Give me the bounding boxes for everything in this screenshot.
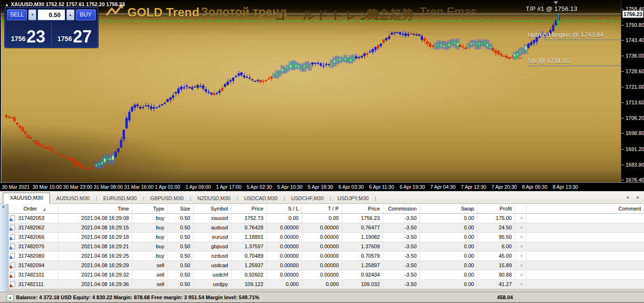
close-order-icon[interactable]: × bbox=[520, 215, 523, 221]
tab-gbpusd-m30[interactable]: GBPUSD,M30 bbox=[144, 194, 190, 203]
column-header-type[interactable]: Type bbox=[132, 204, 167, 213]
buy-price-display[interactable]: 1756 27 bbox=[52, 22, 98, 46]
cell-swap: 0.00 bbox=[420, 261, 477, 270]
column-header-close[interactable] bbox=[515, 204, 526, 213]
tab-audusd-m30[interactable]: AUDUSD,M30 bbox=[50, 194, 96, 203]
sell-price-display[interactable]: 1756 23 bbox=[5, 22, 52, 46]
time-tick-label: 7 Apr 20:30 bbox=[491, 184, 517, 190]
account-status-icon: ▲ bbox=[7, 294, 14, 301]
column-header-swap[interactable]: Swap bbox=[420, 204, 477, 213]
uptrend-level-line[interactable] bbox=[544, 40, 621, 40]
tab-xauusd-m30[interactable]: XAUUSD,M30 bbox=[3, 193, 50, 204]
time-tick-label: 7 Apr 12:30 bbox=[461, 184, 487, 190]
order-row-317482075[interactable]: 3174820752021.04.08 16:29:21buy0.50gbpus… bbox=[8, 242, 644, 251]
cell-commission: -3.50 bbox=[383, 242, 420, 251]
orders-table: Order◢TimeTypeSizeSymbolPriceS / LT / PP… bbox=[8, 204, 644, 289]
order-row-317482101[interactable]: 3174821012021.04.08 16:29:32sell0.50usdc… bbox=[8, 270, 644, 279]
order-row-317482111[interactable]: 3174821112021.04.08 16:29:36sell0.50usdj… bbox=[8, 279, 644, 289]
volume-up-button[interactable]: ▲ bbox=[66, 9, 74, 20]
column-header-t-p[interactable]: T / P bbox=[302, 204, 342, 213]
price-tick-label: 1676.40 bbox=[626, 177, 644, 182]
price-tick-mark bbox=[621, 71, 624, 72]
sell-price-pips: 23 bbox=[26, 29, 45, 44]
close-order-icon[interactable]: × bbox=[520, 244, 523, 249]
cell-comment bbox=[526, 270, 644, 279]
column-header-profit[interactable]: Profit bbox=[477, 204, 515, 213]
price-tick-mark bbox=[621, 40, 624, 41]
close-order-icon[interactable]: × bbox=[520, 272, 523, 278]
price-tick-label: 1691.20 bbox=[626, 146, 644, 152]
cell-price: 1.25937 bbox=[231, 261, 266, 270]
tab-usdcad-m30[interactable]: USDCAD,M30 bbox=[238, 194, 284, 203]
cell-symbol: usdjpy bbox=[193, 279, 231, 289]
order-row-317482053[interactable]: 3174820532021.04.08 16:29:08buy0.50xauus… bbox=[8, 213, 644, 223]
cell-profit: 15.89 bbox=[477, 261, 515, 270]
cell-sl: 0.00000 bbox=[266, 232, 302, 242]
cell-close: × bbox=[515, 223, 526, 232]
volume-down-button[interactable]: ▼ bbox=[28, 9, 36, 20]
column-header-symbol[interactable]: Symbol bbox=[193, 204, 231, 213]
column-header-comment[interactable]: Comment bbox=[526, 204, 644, 213]
column-header-order[interactable]: Order◢ bbox=[8, 204, 58, 213]
order-type-dot bbox=[9, 275, 12, 278]
time-tick-label: 6 Apr 11:30 bbox=[369, 184, 394, 190]
order-row-317482094[interactable]: 3174820942021.04.08 16:29:29sell0.50usdc… bbox=[8, 261, 644, 270]
order-doc-buy-icon bbox=[10, 215, 15, 221]
cell-size: 0.50 bbox=[167, 232, 193, 242]
price-tick-mark bbox=[621, 56, 624, 56]
cell-profit: 24.50 bbox=[477, 223, 515, 232]
order-row-317482062[interactable]: 3174820622021.04.08 16:29:15buy0.50audus… bbox=[8, 223, 644, 232]
column-header-price[interactable]: Price bbox=[231, 204, 266, 213]
cell-size: 0.50 bbox=[167, 242, 193, 251]
buy-price-pips: 27 bbox=[73, 29, 92, 44]
close-order-icon[interactable]: × bbox=[520, 253, 523, 259]
column-header-size[interactable]: Size bbox=[167, 204, 193, 213]
close-order-icon[interactable]: × bbox=[520, 281, 523, 287]
cell-type: buy bbox=[132, 223, 167, 232]
price-tick-mark bbox=[621, 180, 624, 180]
order-id: 317482094 bbox=[18, 262, 44, 268]
order-type-dot bbox=[9, 237, 12, 240]
cell-symbol: usdcad bbox=[193, 261, 231, 270]
order-doc-sell-icon bbox=[10, 272, 15, 278]
buy-button[interactable]: BUY bbox=[76, 9, 96, 20]
cell-price: 109.122 bbox=[231, 279, 266, 289]
close-order-icon[interactable]: × bbox=[520, 234, 523, 240]
column-header-price[interactable]: Price bbox=[342, 204, 383, 213]
tab-usdchf-m30[interactable]: USDCHF,M30 bbox=[285, 194, 330, 203]
cell-price: 1.37597 bbox=[231, 242, 266, 251]
time-tick-label: 30 Mar 15:00 bbox=[33, 184, 62, 190]
sell-button[interactable]: SELL bbox=[7, 9, 27, 20]
close-order-icon[interactable]: × bbox=[520, 262, 523, 268]
cell-price: 0.92602 bbox=[231, 270, 266, 279]
order-row-317482080[interactable]: 3174820802021.04.08 16:29:25buy0.50nzdus… bbox=[8, 251, 644, 261]
close-order-icon[interactable]: × bbox=[520, 225, 523, 230]
tab-scroll-left-icon[interactable]: ◄ bbox=[625, 195, 629, 200]
price-axis: 1758.401750.801743.401736.001728.601721.… bbox=[621, 0, 644, 182]
terminal-close-icon[interactable]: × bbox=[2, 204, 5, 210]
tab-nzdusd-m30[interactable]: NZDUSD,M30 bbox=[191, 194, 237, 203]
column-header-time[interactable]: Time bbox=[58, 204, 132, 213]
cell-commission: -3.50 bbox=[383, 223, 420, 232]
cell-comment bbox=[526, 242, 644, 251]
tab-scroll-right-icon[interactable]: ► bbox=[636, 195, 640, 200]
tab-usdjpy-m30[interactable]: USDJPY,M30 bbox=[331, 194, 374, 203]
order-type-dot bbox=[9, 228, 12, 231]
collapse-panel-icon[interactable]: ▲ bbox=[5, 2, 9, 7]
order-row-317482066[interactable]: 3174820662021.04.08 16:29:18buy0.50eurus… bbox=[8, 232, 644, 242]
time-tick-label: 7 Apr 04:30 bbox=[430, 184, 456, 190]
sort-indicator-icon: ◢ bbox=[42, 207, 45, 211]
sl-level-line[interactable] bbox=[528, 66, 621, 66]
column-header-label: Order bbox=[24, 206, 37, 211]
cell-close: × bbox=[515, 279, 526, 289]
time-tick-label: 8 Apr 13:30 bbox=[553, 184, 578, 190]
order-doc-buy-icon bbox=[10, 234, 15, 240]
time-tick-label: 1 Apr 01:00 bbox=[155, 184, 181, 190]
volume-input[interactable]: 0.50 bbox=[38, 9, 65, 20]
column-header-commission[interactable]: Commission bbox=[383, 204, 420, 213]
order-id: 317482062 bbox=[18, 225, 44, 230]
cell-comment bbox=[526, 223, 644, 232]
cell-swap: 0.00 bbox=[420, 223, 477, 232]
tab-eurusd-m30[interactable]: EURUSD,M30 bbox=[97, 194, 143, 203]
column-header-s-l[interactable]: S / L bbox=[266, 204, 302, 213]
